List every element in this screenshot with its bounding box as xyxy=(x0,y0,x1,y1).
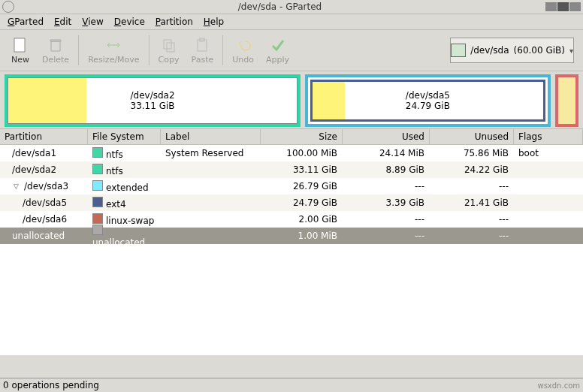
svg-rect-2 xyxy=(167,43,174,52)
menu-device[interactable]: Device xyxy=(114,17,145,27)
delete-icon xyxy=(47,37,64,53)
new-icon xyxy=(12,37,29,53)
viz-partition-sda2[interactable]: /dev/sda2 33.11 GiB xyxy=(5,74,301,127)
col-flags[interactable]: Flags xyxy=(514,129,583,144)
chevron-down-icon: ▾ xyxy=(569,47,573,55)
col-label[interactable]: Label xyxy=(161,129,261,144)
new-button[interactable]: New xyxy=(5,32,36,69)
menu-edit[interactable]: Edit xyxy=(54,17,71,27)
viz-partition-swap[interactable] xyxy=(555,74,578,127)
table-row[interactable]: unallocatedunallocated1.00 MiB------ xyxy=(0,228,583,244)
table-header: Partition File System Label Size Used Un… xyxy=(0,128,583,145)
separator xyxy=(78,35,79,65)
status-text: 0 operations pending xyxy=(3,380,99,390)
paste-button[interactable]: Paste xyxy=(186,32,220,69)
app-icon xyxy=(2,1,14,13)
table-row[interactable]: /dev/sda1ntfsSystem Reserved100.00 MiB24… xyxy=(0,145,583,161)
apply-icon xyxy=(270,37,286,53)
close-button[interactable] xyxy=(569,2,581,11)
menu-partition[interactable]: Partition xyxy=(156,17,193,27)
window-controls xyxy=(545,2,581,11)
undo-button[interactable]: Undo xyxy=(226,32,260,69)
col-partition[interactable]: Partition xyxy=(0,129,88,144)
resize-icon xyxy=(105,37,122,53)
statusbar: 0 operations pending wsxdn.com xyxy=(0,378,583,392)
harddisk-icon xyxy=(451,44,466,57)
disk-device: /dev/sda xyxy=(470,45,509,56)
viz-partition-extended[interactable]: /dev/sda5 24.79 GiB xyxy=(305,74,551,127)
fs-swatch xyxy=(92,147,103,158)
disk-selector[interactable]: /dev/sda (60.00 GiB) ▾ xyxy=(450,38,574,63)
col-unused[interactable]: Unused xyxy=(430,129,514,144)
menu-gparted[interactable]: GParted xyxy=(8,17,44,27)
undo-icon xyxy=(235,37,252,53)
fs-swatch xyxy=(92,197,103,207)
fs-swatch xyxy=(92,225,103,235)
separator xyxy=(222,35,223,65)
fs-swatch xyxy=(92,180,103,191)
partition-table: /dev/sda1ntfsSystem Reserved100.00 MiB24… xyxy=(0,145,583,355)
resize-button[interactable]: Resize/Move xyxy=(82,32,145,69)
partition-visualization: /dev/sda2 33.11 GiB /dev/sda5 24.79 GiB xyxy=(5,74,578,127)
col-filesystem[interactable]: File System xyxy=(88,129,161,144)
svg-rect-0 xyxy=(14,38,25,52)
copy-button[interactable]: Copy xyxy=(153,32,186,69)
menu-view[interactable]: View xyxy=(82,17,103,27)
delete-button[interactable]: Delete xyxy=(36,32,75,69)
col-used[interactable]: Used xyxy=(343,129,430,144)
table-row[interactable]: /dev/sda2ntfs33.11 GiB8.89 GiB24.22 GiB xyxy=(0,161,583,178)
copy-icon xyxy=(161,37,177,53)
svg-rect-1 xyxy=(164,40,171,49)
table-row[interactable]: ▽/dev/sda3extended26.79 GiB------ xyxy=(0,178,583,194)
window-title: /dev/sda - GParted xyxy=(14,2,545,12)
fs-swatch xyxy=(92,164,103,174)
titlebar: /dev/sda - GParted xyxy=(0,0,583,14)
fs-swatch xyxy=(92,213,103,224)
table-row[interactable]: /dev/sda5ext424.79 GiB3.39 GiB21.41 GiB xyxy=(0,194,583,211)
menubar: GParted Edit View Device Partition Help xyxy=(0,14,583,30)
menu-help[interactable]: Help xyxy=(204,17,224,27)
minimize-button[interactable] xyxy=(545,2,557,11)
maximize-button[interactable] xyxy=(557,2,569,11)
paste-icon xyxy=(194,37,210,53)
apply-button[interactable]: Apply xyxy=(260,32,295,69)
expander-icon[interactable]: ▽ xyxy=(14,182,21,190)
watermark: wsxdn.com xyxy=(537,381,580,390)
col-size[interactable]: Size xyxy=(261,129,343,144)
separator xyxy=(149,35,150,65)
toolbar: New Delete Resize/Move Copy Paste Undo A… xyxy=(0,30,583,71)
disk-size: (60.00 GiB) xyxy=(514,45,565,56)
